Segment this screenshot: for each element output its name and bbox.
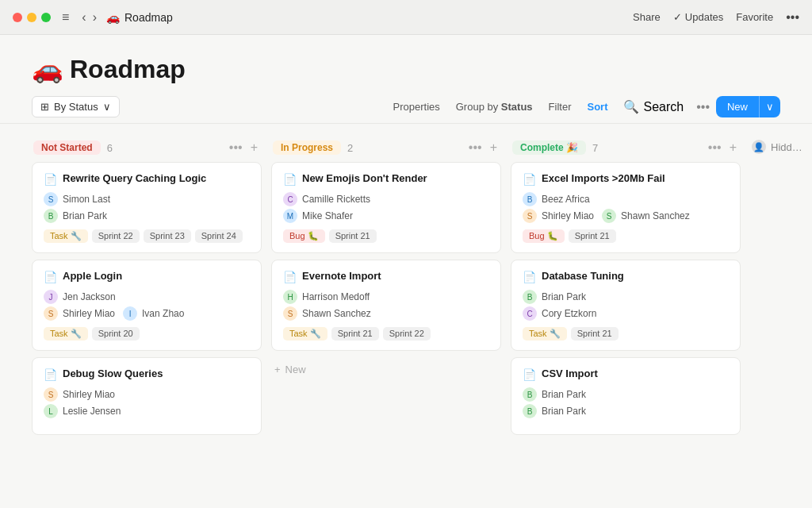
tag-sprint-24: Sprint 24 [195, 229, 243, 243]
card-tags: Task 🔧 Sprint 21 [523, 327, 729, 341]
card-emojis[interactable]: 📄 New Emojis Don't Render C Camille Rick… [271, 162, 501, 253]
close-button[interactable] [13, 13, 22, 22]
assignee-name: Shirley Miao [542, 210, 594, 221]
status-badge-complete: Complete 🎉 [512, 140, 586, 155]
search-button[interactable]: 🔍 Search [617, 95, 690, 118]
card-title-row: 📄 Database Tuning [523, 270, 729, 283]
card-evernote[interactable]: 📄 Evernote Import H Harrison Medoff S Sh… [271, 260, 501, 351]
card-title: Debug Slow Queries [63, 368, 163, 381]
assignee-mike: M Mike Shafer [283, 209, 489, 223]
forward-arrow-icon[interactable]: › [91, 10, 98, 25]
search-label: Search [643, 100, 684, 114]
assignee-camille: C Camille Ricketts [283, 192, 489, 206]
col-actions-complete: ••• + [706, 140, 739, 156]
assignee-jen: J Jen Jackson [44, 290, 250, 304]
card-title: Rewrite Query Caching Logic [63, 172, 206, 186]
col-add-icon[interactable]: + [727, 140, 739, 156]
avatar: S [523, 209, 537, 223]
card-csv-import[interactable]: 📄 CSV Import B Brian Park B Brian Park [511, 357, 741, 435]
avatar: S [44, 387, 58, 402]
card-database-tuning[interactable]: 📄 Database Tuning B Brian Park C Cory Et… [511, 260, 741, 351]
assignee-leslie: L Leslie Jensen [44, 404, 250, 418]
back-arrow-icon[interactable]: ‹ [80, 10, 87, 25]
col-more-icon[interactable]: ••• [466, 140, 485, 156]
group-by-button[interactable]: Group by Status [450, 97, 539, 117]
assignee-name: Brian Park [542, 389, 586, 400]
hidden-label: Hidd… [771, 141, 802, 153]
card-tags: Bug 🐛 Sprint 21 [283, 229, 489, 243]
toolbar-more-icon[interactable]: ••• [693, 98, 713, 116]
new-button[interactable]: New ∨ [716, 96, 780, 117]
card-assignees: C Camille Ricketts M Mike Shafer [283, 192, 489, 223]
minimize-button[interactable] [27, 13, 36, 22]
updates-button[interactable]: ✓ Updates [673, 11, 723, 23]
column-header-complete: Complete 🎉 7 ••• + [511, 137, 741, 162]
card-rewrite-query[interactable]: 📄 Rewrite Query Caching Logic S Simon La… [32, 162, 262, 253]
col-add-icon[interactable]: + [248, 140, 260, 156]
card-title-row: 📄 CSV Import [523, 368, 729, 381]
card-assignees: B Brian Park C Cory Etzkorn [523, 290, 729, 321]
avatar: B [523, 192, 537, 206]
card-title: CSV Import [542, 368, 598, 381]
tag-task: Task 🔧 [283, 327, 327, 341]
card-title-row: 📄 Excel Imports >20Mb Fail [523, 172, 729, 186]
doc-icon: 📄 [283, 173, 297, 186]
assignee-name: Cory Etzkorn [542, 308, 596, 319]
assignee-simon: S Simon Last [44, 192, 250, 206]
new-button-arrow-icon[interactable]: ∨ [759, 96, 780, 117]
window-emoji: 🚗 [106, 11, 120, 24]
avatar: J [44, 290, 58, 304]
sort-button[interactable]: Sort [580, 97, 614, 117]
tag-sprint-21: Sprint 21 [571, 327, 619, 341]
assignee-name: Jen Jackson [63, 291, 116, 302]
properties-button[interactable]: Properties [387, 97, 446, 117]
view-label: By Status [54, 101, 98, 113]
col-add-icon[interactable]: + [488, 140, 500, 156]
status-badge-not-started: Not Started [33, 140, 101, 155]
tag-task: Task 🔧 [44, 327, 88, 341]
page-header: 🚗 Roadmap [0, 35, 812, 90]
avatar: M [283, 209, 297, 223]
card-title-row: 📄 New Emojis Don't Render [283, 172, 489, 186]
assignee-brian: B Brian Park [44, 209, 250, 223]
assignee-name: Beez Africa [542, 194, 590, 205]
card-tags: Bug 🐛 Sprint 21 [523, 229, 729, 243]
board-icon: ⊞ [40, 101, 49, 113]
card-assignees: B Beez Africa S Shirley Miao S Shawn San… [523, 192, 729, 223]
card-excel[interactable]: 📄 Excel Imports >20Mb Fail B Beez Africa… [511, 162, 741, 253]
avatar: B [523, 290, 537, 304]
doc-icon: 📄 [44, 271, 57, 283]
share-button[interactable]: Share [633, 11, 661, 23]
new-card-label: New [285, 364, 306, 375]
titlebar-left: ≡ ‹ › 🚗 Roadmap [13, 7, 173, 28]
new-button-label[interactable]: New [716, 96, 759, 117]
view-selector[interactable]: ⊞ By Status ∨ [32, 96, 120, 117]
tag-sprint-21: Sprint 21 [331, 327, 379, 341]
assignee-name: Leslie Jensen [63, 406, 121, 417]
favorite-button[interactable]: Favorite [736, 11, 773, 23]
more-options-icon[interactable]: ••• [786, 10, 799, 25]
col-more-icon[interactable]: ••• [227, 140, 245, 156]
tag-bug: Bug 🐛 [523, 229, 565, 243]
doc-icon: 📄 [523, 271, 536, 283]
menu-icon[interactable]: ≡ [59, 7, 72, 28]
avatar: C [283, 192, 297, 206]
assignee-brian4: B Brian Park [523, 404, 729, 418]
doc-icon: 📄 [44, 173, 57, 186]
card-apple-login[interactable]: 📄 Apple Login J Jen Jackson S Shirley Mi… [32, 260, 262, 351]
avatar: S [602, 209, 616, 223]
assignee-shirley-ivan: S Shirley Miao I Ivan Zhao [44, 306, 250, 321]
maximize-button[interactable] [41, 13, 51, 22]
assignee-name: Mike Shafer [302, 210, 353, 221]
column-not-started: Not Started 6 ••• + 📄 Rewrite Query Cach… [32, 137, 262, 491]
filter-button[interactable]: Filter [542, 97, 578, 117]
tag-task: Task 🔧 [44, 229, 88, 243]
assignee-name: Ivan Zhao [142, 308, 184, 319]
card-title: New Emojis Don't Render [302, 172, 427, 186]
window-title-text: Roadmap [124, 11, 173, 24]
col-more-icon[interactable]: ••• [706, 140, 724, 156]
assignee-name: Shirley Miao [63, 389, 115, 400]
card-debug-slow[interactable]: 📄 Debug Slow Queries S Shirley Miao L Le… [32, 357, 262, 435]
doc-icon: 📄 [44, 368, 57, 381]
new-card-button[interactable]: + New [271, 357, 501, 382]
